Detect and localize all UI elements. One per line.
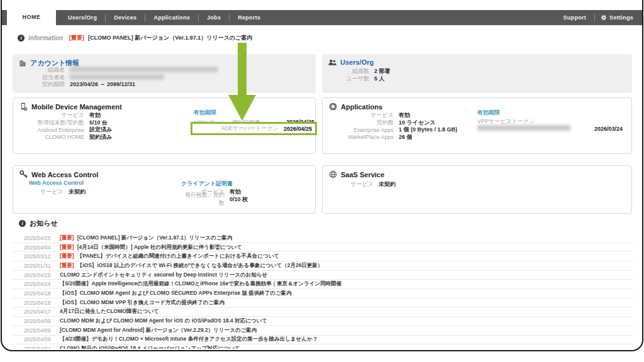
news-date: 2025/04/18 [24, 290, 60, 297]
apps-expiry-header: 有効期限 [477, 109, 500, 117]
news-text: [CLOMO MDM Agent for Android] 新バージョン（Ver… [60, 327, 257, 334]
mobile-device-icon [19, 102, 28, 111]
client-cert-row-issued: 発行枚数／契約数 0/10 枚 [181, 196, 307, 204]
news-title: お知らせ [30, 219, 58, 228]
news-row[interactable]: 2025/04/09 【4/23開催】デモあり！CLOMO × Microsof… [13, 336, 634, 345]
news-tag: [重要] [60, 262, 74, 268]
mdm-expiry-header: 有効期限 [194, 109, 216, 117]
news-text: 【5/20開催】Apple Intelligenceの活用最前線！CLOMOとi… [60, 280, 341, 288]
news-date: 2025/04/09 [24, 327, 60, 334]
annotation-arrow [238, 43, 247, 96]
news-date: 2025/03/12 [24, 253, 60, 260]
client-cert-link[interactable]: クライアント証明書 [181, 180, 233, 188]
ade-token-date: 2026/04/25 [284, 126, 312, 132]
annotation-arrow-head [228, 95, 256, 121]
panel-applications-title: Applications [329, 102, 382, 111]
news-text: 【4/23開催】デモあり！CLOMO × Microsoft Intune 条件… [60, 336, 318, 343]
news-date: 2025/04/25 [24, 235, 60, 241]
redacted-value [70, 74, 164, 81]
panel-saas: SaaS Service サービス 未契約 [322, 165, 632, 214]
nav-items: Users/Org Devices Applications Jobs Repo… [60, 14, 269, 21]
panel-users-org-title[interactable]: Users/Org [328, 58, 374, 66]
panel-applications: Applications サービス 有効 契約数 10 ライセンス Enterp… [322, 97, 632, 154]
vpp-token-redacted [477, 125, 570, 131]
info-message[interactable]: [CLOMO PANEL] 新バージョン（Ver.1.97.1）リリースのご案内 [88, 34, 252, 42]
important-tag: [重要] [69, 34, 84, 42]
panel-account: アカウント情報 組織名 担当者名 契約期間 2023/04/26 ～ 2099/… [13, 54, 316, 93]
apps-row-marketplace-apps: MarketPlace Apps 26 個 [329, 134, 625, 141]
panel-mdm-title: Mobile Device Management [19, 102, 122, 111]
settings-label: Settings [609, 14, 633, 21]
ade-token-label: ADEサーバートークン [221, 124, 279, 133]
news-date: 2025/04/17 [24, 309, 60, 315]
news-date: 2025/01/31 [24, 263, 60, 269]
info-banner: i information [重要] [CLOMO PANEL] 新バージョン（… [18, 33, 252, 42]
appstore-icon [329, 102, 337, 111]
clomo-panel-home-screen: HOME Users/Org Devices Applications Jobs… [0, 0, 644, 362]
nav-item-users-org[interactable]: Users/Org [60, 14, 105, 21]
news-date: 2025/04/24 [24, 281, 60, 287]
announcement-icon: i [19, 220, 26, 227]
news-text: CLOMO MDM および CLOMO MDM Agent for iOS の … [60, 317, 267, 325]
news-header: i お知らせ [13, 219, 634, 228]
news-list: 2025/04/25 [重要][CLOMO PANEL] 新バージョン（Ver.… [13, 234, 634, 349]
key-icon [19, 170, 28, 178]
nav-item-jobs[interactable]: Jobs [199, 14, 229, 21]
news-row[interactable]: 2025/04/09 CLOMO MDM および CLOMO MDM Agent… [13, 317, 634, 326]
news-row[interactable]: 2025/04/24 【5/20開催】Apple Intelligenceの活用… [13, 280, 634, 289]
tab-home[interactable]: HOME [7, 8, 56, 25]
panel-users-org: Users/Org 組織数 2 部署 ユーザ数 5 人 [322, 54, 632, 93]
news-date: 2025/04/25 [24, 272, 60, 278]
nav-item-applications[interactable]: Applications [145, 14, 198, 21]
news-date: 2025/04/04 [24, 244, 60, 251]
saas-row-service: サービス 未契約 [329, 181, 625, 189]
news-row[interactable]: 2025/04/18 【iOS】CLOMO MDM Agent および CLOM… [13, 289, 634, 299]
news-text: [重要]【PANEL】デバイスと組織の関連付けの上書きインポートにおける不具合に… [60, 253, 279, 260]
panel-wac-title: Web Access Control [19, 170, 98, 178]
panel-saas-title: SaaS Service [329, 170, 384, 178]
news-section: i お知らせ 2025/04/25 [重要][CLOMO PANEL] 新バージ… [13, 219, 634, 349]
users-org-row-org-count: 組織数 2 部署 [328, 68, 626, 75]
redacted-value [70, 67, 218, 74]
wac-service-link[interactable]: Web Access Control [29, 180, 84, 186]
news-row[interactable]: 2025/04/25 [重要][CLOMO PANEL] 新バージョン（Ver.… [13, 234, 634, 243]
globe-icon [329, 170, 337, 178]
news-row-partial[interactable]: 2025/04/04 CLOMO 製品の iOS/iPadOS 18.4 メジャ… [13, 344, 634, 349]
panel-web-access-control: Web Access Control Web Access Control サー… [13, 165, 316, 214]
news-row[interactable]: 2025/03/12 [重要]【PANEL】デバイスと組織の関連付けの上書きイン… [13, 252, 634, 261]
news-text: CLOMO 製品の iOS/iPadOS 18.4 メジャーバージョンアップ対応… [60, 345, 240, 349]
news-row[interactable]: 2025/04/18 【iOS】CLOMO MDM VPP 引き換えコード方式の… [13, 299, 634, 308]
news-row[interactable]: 2025/04/04 [重要][4月14日（米国時間）] Apple 社の利用規… [13, 243, 634, 253]
wac-row-service: サービス 未契約 [19, 189, 158, 196]
gear-icon [601, 14, 607, 21]
nav-separator [594, 14, 595, 21]
news-text: 【iOS】CLOMO MDM VPP 引き換えコード方式の提供終了のご案内 [60, 299, 225, 307]
news-tag: [重要] [60, 234, 74, 241]
news-tag: [重要] [60, 253, 74, 259]
news-row[interactable]: 2025/01/31 [重要]【iOS】iOS18 以上のデバイスで Wi-Fi… [13, 261, 634, 271]
account-row-contract-period: 契約期間 2023/04/26 ～ 2099/12/31 [19, 81, 309, 89]
nav-item-devices[interactable]: Devices [106, 14, 145, 21]
news-text: [重要]【iOS】iOS18 以上のデバイスで Wi-Fi 接続ができなくなる場… [60, 262, 323, 270]
news-date: 2025/04/18 [24, 300, 60, 306]
settings-button[interactable]: Settings [601, 14, 633, 21]
news-row[interactable]: 2025/04/17 4月17日に発生したCLOMO障害について [13, 308, 634, 317]
nav-item-reports[interactable]: Reports [230, 14, 269, 21]
news-text: [重要][4月14日（米国時間）] Apple 社の利用規約更新に伴う影響につい… [60, 244, 242, 251]
users-org-row-user-count: ユーザ数 5 人 [328, 75, 626, 83]
news-row[interactable]: 2025/04/25 CLOMO エンドポイントセキュリティ secured b… [13, 271, 634, 280]
top-navbar: HOME Users/Org Devices Applications Jobs… [2, 10, 642, 25]
news-date: 2025/04/09 [24, 318, 60, 324]
ade-token-highlight-box: ADEサーバートークン 2026/04/25 [191, 122, 317, 135]
nav-right: Support Settings [561, 14, 643, 21]
news-date: 2025/04/09 [24, 336, 60, 343]
vpp-token-date: 2026/03/24 [594, 126, 623, 132]
news-text: 【iOS】CLOMO MDM Agent および CLOMO SECURED A… [60, 290, 292, 297]
information-label: information [28, 35, 63, 41]
news-text: [重要][CLOMO PANEL] 新バージョン（Ver.1.97.1）リリース… [60, 234, 232, 242]
news-row[interactable]: 2025/04/09 [CLOMO MDM Agent for Android]… [13, 326, 634, 336]
news-text: CLOMO エンドポイントセキュリティ secured by Deep Inst… [60, 272, 267, 279]
news-tag: [重要] [60, 244, 74, 250]
news-text: 4月17日に発生したCLOMO障害について [60, 308, 159, 315]
support-button[interactable]: Support [561, 14, 589, 21]
